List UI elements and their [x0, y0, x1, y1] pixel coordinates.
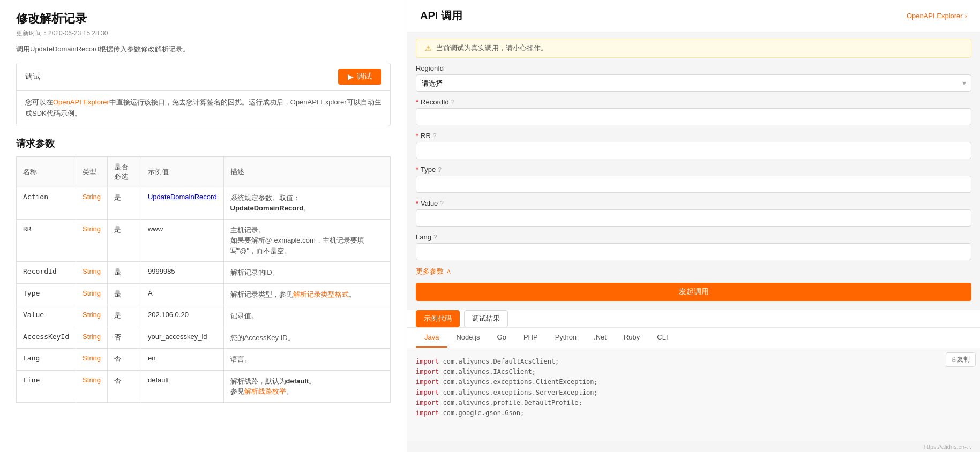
param-example-cell: your_accesskey_id — [141, 327, 223, 349]
param-required-cell: 是 — [108, 187, 141, 219]
code-section: 示例代码 调试结果 JavaNode.jsGoPHPPython.NetRuby… — [407, 310, 980, 452]
page-desc: 调用UpdateDomainRecord根据传入参数修改解析记录。 — [16, 44, 391, 54]
form-row-lang: Lang ? — [416, 233, 971, 260]
param-required-cell: 否 — [108, 349, 141, 371]
param-example-cell: en — [141, 349, 223, 371]
param-type: String — [83, 376, 101, 384]
param-required: 是 — [114, 193, 121, 201]
param-required: 否 — [114, 355, 121, 363]
param-name: AccessKeyId — [23, 333, 69, 341]
tab-python[interactable]: Python — [547, 328, 585, 348]
tab-ruby[interactable]: Ruby — [615, 328, 648, 348]
openapi-explorer-header-link[interactable]: OpenAPI Explorer › — [907, 12, 967, 20]
help-icon-type: ? — [438, 166, 442, 174]
tryit-button[interactable]: ▶ 调试 — [338, 69, 381, 85]
param-name: Value — [23, 311, 44, 319]
more-params-toggle[interactable]: 更多参数 ∧ — [416, 267, 971, 276]
table-row: LangString否en语言。 — [17, 349, 391, 371]
api-call-header: API 调用 OpenAPI Explorer › — [407, 0, 980, 32]
debug-result-button[interactable]: 调试结果 — [464, 310, 508, 327]
form-label-type: * Type ? — [416, 165, 971, 174]
language-tabs-bar: JavaNode.jsGoPHPPython.NetRubyCLI — [407, 328, 980, 348]
param-required: 是 — [114, 290, 121, 298]
code-content: import com.aliyuncs.DefaultAcsClient; im… — [416, 357, 971, 418]
tab-go[interactable]: Go — [489, 328, 515, 348]
arrow-right-icon: › — [965, 12, 967, 20]
openapi-explorer-link[interactable]: OpenAPI Explorer — [53, 98, 109, 106]
param-desc-cell: 语言。 — [223, 349, 390, 371]
code-body: ⎘ 复制 import com.aliyuncs.DefaultAcsClien… — [407, 348, 980, 441]
param-required-cell: 是 — [108, 219, 141, 262]
param-desc-cell: 解析记录的ID。 — [223, 262, 390, 284]
param-required-cell: 否 — [108, 370, 141, 402]
record-id-input[interactable] — [416, 108, 971, 125]
param-example-cell: 9999985 — [141, 262, 223, 284]
form-label-value: * Value ? — [416, 199, 971, 207]
param-name-cell: Type — [17, 283, 76, 305]
params-table: 名称 类型 是否必选 示例值 描述 ActionString是UpdateDom… — [16, 156, 391, 403]
param-type: String — [83, 225, 101, 233]
page-title: 修改解析记录 — [16, 11, 391, 27]
copy-icon: ⎘ — [952, 356, 955, 363]
param-type-cell: String — [76, 349, 108, 371]
param-example: 9999985 — [148, 267, 175, 275]
param-desc-cell: 系统规定参数。取值：UpdateDomainRecord。 — [223, 187, 390, 219]
param-desc-cell: 您的AccessKey ID。 — [223, 327, 390, 349]
param-example: A — [148, 289, 153, 297]
param-name: Type — [23, 289, 40, 297]
param-example-cell: www — [141, 219, 223, 262]
required-star-rr: * — [416, 132, 418, 140]
tab-cli[interactable]: CLI — [648, 328, 676, 348]
param-example: 202.106.0.20 — [148, 311, 189, 319]
table-row: LineString否default解析线路，默认为default。参见解析线路… — [17, 370, 391, 402]
param-required: 是 — [114, 225, 121, 233]
param-example-cell: default — [141, 370, 223, 402]
copy-button[interactable]: ⎘ 复制 — [946, 352, 976, 367]
param-example-cell: 202.106.0.20 — [141, 305, 223, 327]
form-label-lang: Lang ? — [416, 233, 971, 241]
param-name-cell: AccessKeyId — [17, 327, 76, 349]
param-example: your_accesskey_id — [148, 333, 207, 341]
tab-java[interactable]: Java — [416, 328, 447, 348]
left-panel: 修改解析记录 更新时间：2020-06-23 15:28:30 调用Update… — [0, 0, 407, 452]
param-desc-cell: 解析记录类型，参见解析记录类型格式。 — [223, 283, 390, 305]
section-title-request-params: 请求参数 — [16, 137, 391, 150]
lang-input[interactable] — [416, 243, 971, 260]
tab-.net[interactable]: .Net — [585, 328, 615, 348]
param-type-cell: String — [76, 219, 108, 262]
param-type-cell: String — [76, 327, 108, 349]
debug-icon: ▶ — [348, 72, 354, 81]
param-type-cell: String — [76, 283, 108, 305]
record-type-link[interactable]: 解析记录类型格式 — [293, 290, 349, 298]
param-name-cell: Line — [17, 370, 76, 402]
invoke-button[interactable]: 发起调用 — [416, 283, 971, 301]
col-header-type: 类型 — [76, 156, 108, 187]
tab-php[interactable]: PHP — [515, 328, 547, 348]
example-code-button[interactable]: 示例代码 — [416, 310, 460, 327]
param-example: www — [148, 225, 163, 233]
param-desc-cell: 主机记录。如果要解析@.exmaple.com，主机记录要填写"@"，而不是空。 — [223, 219, 390, 262]
tryit-header: 调试 ▶ 调试 — [17, 63, 390, 90]
param-example-cell: A — [141, 283, 223, 305]
table-row: ValueString是202.106.0.20记录值。 — [17, 305, 391, 327]
line-enum-link[interactable]: 解析线路枚举 — [244, 387, 286, 395]
param-example-link[interactable]: UpdateDomainRecord — [148, 193, 217, 201]
required-star: * — [416, 98, 418, 106]
table-row: ActionString是UpdateDomainRecord系统规定参数。取值… — [17, 187, 391, 219]
table-row: TypeString是A解析记录类型，参见解析记录类型格式。 — [17, 283, 391, 305]
rr-input[interactable] — [416, 142, 971, 159]
tryit-desc: 您可以在OpenAPI Explorer中直接运行该接口，免去您计算签名的困扰。… — [17, 90, 390, 126]
help-icon-record-id: ? — [451, 99, 455, 106]
param-name-cell: Value — [17, 305, 76, 327]
param-type: String — [83, 311, 101, 319]
warning-icon: ⚠ — [425, 44, 432, 52]
col-header-name: 名称 — [17, 156, 76, 187]
tryit-section: 调试 ▶ 调试 您可以在OpenAPI Explorer中直接运行该接口，免去您… — [16, 63, 391, 126]
table-row: RRString是www主机记录。如果要解析@.exmaple.com，主机记录… — [17, 219, 391, 262]
param-name: RR — [23, 225, 32, 233]
value-input[interactable] — [416, 209, 971, 227]
region-select[interactable]: 请选择 — [416, 74, 971, 92]
tab-node.js[interactable]: Node.js — [447, 328, 488, 348]
tryit-label: 调试 — [25, 72, 40, 81]
type-input[interactable] — [416, 176, 971, 193]
